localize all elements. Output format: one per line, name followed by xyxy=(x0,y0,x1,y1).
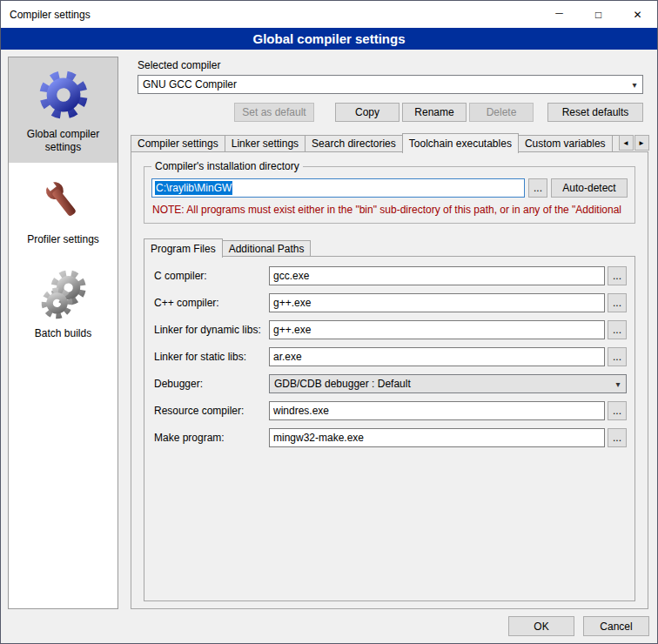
tab-scroll-right-button[interactable]: ► xyxy=(634,135,649,151)
field-row-linker-static: Linker for static libs: ... xyxy=(154,347,627,366)
make-program-input[interactable] xyxy=(269,428,605,447)
tab-build-options-truncated[interactable]: Buil xyxy=(612,135,619,152)
linker-dynamic-input[interactable] xyxy=(269,320,605,339)
field-label: Make program: xyxy=(154,432,269,444)
tab-linker-settings[interactable]: Linker settings xyxy=(225,135,306,152)
subtab-label: Additional Paths xyxy=(229,243,305,255)
debugger-combobox[interactable]: GDB/CDB debugger : Default ▾ xyxy=(269,374,627,393)
settings-tabstrip: Compiler settings Linker settings Search… xyxy=(131,133,648,152)
dropdown-arrow-icon: ▾ xyxy=(627,80,642,90)
profiler-tool-icon xyxy=(38,177,89,227)
ok-button[interactable]: OK xyxy=(508,616,574,636)
tab-label: Toolchain executables xyxy=(409,138,512,150)
c-compiler-browse-button[interactable]: ... xyxy=(608,266,627,285)
toolchain-executables-panel: Compiler's installation directory C:\ray… xyxy=(131,151,648,609)
install-dir-group-label: Compiler's installation directory xyxy=(151,160,303,172)
minimize-icon: ─ xyxy=(555,7,563,19)
field-row-cpp-compiler: C++ compiler: ... xyxy=(154,293,627,312)
batch-builds-gears-icon xyxy=(37,269,90,321)
delete-button[interactable]: Delete xyxy=(469,103,534,122)
compiler-settings-window: Compiler settings ─ □ ✕ Global compiler … xyxy=(0,0,658,644)
cpp-compiler-input[interactable] xyxy=(269,293,605,312)
field-label: Linker for dynamic libs: xyxy=(154,324,269,336)
field-label: Linker for static libs: xyxy=(154,351,269,363)
minimize-button[interactable]: ─ xyxy=(540,1,579,28)
install-dir-browse-button[interactable]: ... xyxy=(528,178,547,198)
sidebar-item-global-compiler-settings[interactable]: Global compiler settings xyxy=(9,57,118,163)
dialog-header: Global compiler settings xyxy=(1,28,657,50)
maximize-button[interactable]: □ xyxy=(579,1,618,28)
tab-toolchain-executables[interactable]: Toolchain executables xyxy=(402,133,519,153)
set-as-default-button[interactable]: Set as default xyxy=(234,103,314,122)
field-row-debugger: Debugger: GDB/CDB debugger : Default ▾ xyxy=(154,374,627,393)
titlebar: Compiler settings ─ □ ✕ xyxy=(1,1,657,28)
compiler-buttons-row: Set as default Copy Rename Delete Reset … xyxy=(138,103,643,122)
tab-scroll-left-button[interactable]: ◄ xyxy=(619,135,634,151)
copy-button[interactable]: Copy xyxy=(335,103,400,122)
tab-search-directories[interactable]: Search directories xyxy=(305,135,403,152)
global-compiler-gear-icon xyxy=(37,68,91,122)
cancel-button[interactable]: Cancel xyxy=(583,616,649,636)
dropdown-arrow-icon: ▾ xyxy=(610,379,626,389)
program-files-panel: C compiler: ... C++ compiler: ... Linker… xyxy=(144,256,635,601)
tab-label: Custom variables xyxy=(525,138,606,150)
field-row-linker-dynamic: Linker for dynamic libs: ... xyxy=(154,320,627,339)
sidebar-item-label: Batch builds xyxy=(35,327,91,340)
tab-custom-variables[interactable]: Custom variables xyxy=(518,135,613,152)
caption-buttons: ─ □ ✕ xyxy=(540,1,657,28)
c-compiler-input[interactable] xyxy=(269,266,605,285)
sidebar-item-profiler-settings[interactable]: Profiler settings xyxy=(9,166,118,255)
tab-label: Search directories xyxy=(312,138,396,150)
linker-static-browse-button[interactable]: ... xyxy=(608,347,627,366)
dialog-header-title: Global compiler settings xyxy=(252,31,405,46)
window-title: Compiler settings xyxy=(1,9,91,21)
field-row-c-compiler: C compiler: ... xyxy=(154,266,627,285)
sidebar-item-label: Profiler settings xyxy=(27,233,99,246)
tab-compiler-settings[interactable]: Compiler settings xyxy=(131,135,225,152)
selected-compiler-value: GNU GCC Compiler xyxy=(143,78,627,91)
autodetect-button[interactable]: Auto-detect xyxy=(551,178,628,198)
field-row-resource-compiler: Resource compiler: ... xyxy=(154,401,627,420)
field-label: Debugger: xyxy=(154,378,269,390)
program-files-subtabstrip: Program Files Additional Paths xyxy=(144,238,635,257)
field-label: Resource compiler: xyxy=(154,405,269,417)
make-program-browse-button[interactable]: ... xyxy=(608,428,627,447)
field-label: C++ compiler: xyxy=(154,297,269,309)
resource-compiler-input[interactable] xyxy=(269,401,605,420)
subtab-label: Program Files xyxy=(151,243,216,255)
linker-dynamic-browse-button[interactable]: ... xyxy=(608,320,627,339)
tab-scrollers: ◄ ► xyxy=(619,135,649,151)
main-area: Selected compiler GNU GCC Compiler ▾ Set… xyxy=(125,57,650,609)
debugger-value: GDB/CDB debugger : Default xyxy=(274,378,610,390)
linker-static-input[interactable] xyxy=(269,347,605,366)
close-button[interactable]: ✕ xyxy=(618,1,657,28)
resource-compiler-browse-button[interactable]: ... xyxy=(608,401,627,420)
install-dir-selected-text: C:\raylib\MinGW xyxy=(155,181,232,195)
subtab-additional-paths[interactable]: Additional Paths xyxy=(222,240,312,257)
selected-compiler-label: Selected compiler xyxy=(138,59,650,71)
dialog-footer: OK Cancel xyxy=(8,609,650,636)
field-row-make-program: Make program: ... xyxy=(154,428,627,447)
sidebar-item-batch-builds[interactable]: Batch builds xyxy=(9,258,118,349)
subtab-program-files[interactable]: Program Files xyxy=(144,238,223,258)
install-dir-groupbox: Compiler's installation directory C:\ray… xyxy=(144,166,635,224)
install-dir-input[interactable]: C:\raylib\MinGW xyxy=(151,178,525,198)
tab-label: Compiler settings xyxy=(138,138,218,150)
field-label: C compiler: xyxy=(154,270,269,282)
sidebar: Global compiler settings xyxy=(8,57,118,609)
rename-button[interactable]: Rename xyxy=(402,103,467,122)
sidebar-item-label: Global compiler settings xyxy=(11,128,115,154)
selected-compiler-combobox[interactable]: GNU GCC Compiler ▾ xyxy=(138,75,643,94)
reset-defaults-button[interactable]: Reset defaults xyxy=(547,103,643,122)
install-dir-note-text: NOTE: All programs must exist either in … xyxy=(152,204,627,216)
close-icon: ✕ xyxy=(633,9,641,21)
cpp-compiler-browse-button[interactable]: ... xyxy=(608,293,627,312)
tab-label: Linker settings xyxy=(232,138,299,150)
maximize-icon: □ xyxy=(595,9,601,21)
